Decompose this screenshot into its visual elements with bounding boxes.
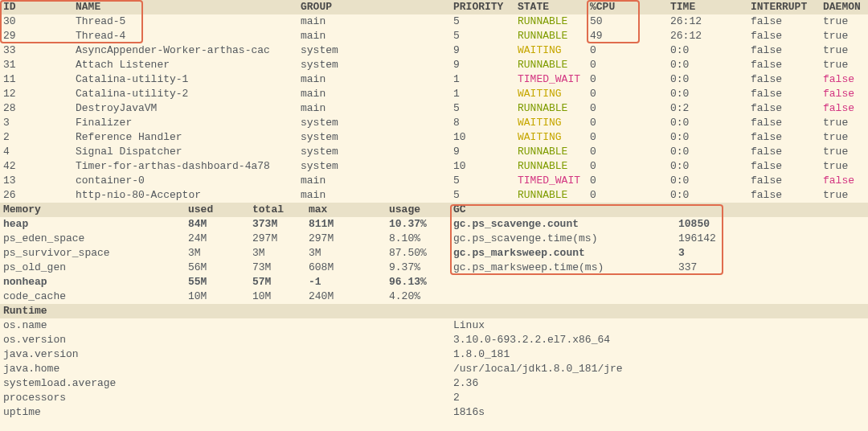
thread-priority: 8 [450, 116, 514, 130]
mem-usage: 96.13% [386, 275, 450, 289]
thread-daemon: true [820, 116, 868, 130]
mem-max: 3M [305, 246, 386, 261]
mem-total: 3M [249, 246, 305, 261]
mem-usage: 10.37% [386, 217, 450, 232]
thread-interrupt: false [747, 174, 820, 188]
thread-state: RUNNABLE [514, 14, 587, 29]
thread-interrupt: false [747, 43, 820, 58]
thread-time: 0:0 [667, 72, 747, 87]
gc-cell: gc.ps_marksweep.time(ms)337 [450, 261, 820, 275]
memory-row: nonheap55M57M-196.13% [0, 275, 868, 289]
gc-cell [450, 275, 820, 289]
gc-key: gc.ps_marksweep.time(ms) [453, 261, 678, 275]
thread-row: 28DestroyJavaVMmain5RUNNABLE00:2falsefal… [0, 101, 868, 116]
thread-interrupt: false [747, 145, 820, 159]
thread-id: 13 [0, 174, 72, 188]
runtime-row: java.version1.8.0_181 [0, 347, 868, 362]
gc-cell: gc.ps_marksweep.count3 [450, 246, 820, 261]
thread-interrupt: false [747, 14, 820, 29]
thread-daemon: true [820, 130, 868, 145]
thread-group: main [297, 174, 450, 188]
thread-row: 42Timer-for-arthas-dashboard-4a78system1… [0, 159, 868, 174]
gc-cell: gc.ps_scavenge.time(ms)196142 [450, 232, 820, 246]
thread-state: RUNNABLE [514, 188, 587, 203]
thread-state: WAITING [514, 116, 587, 130]
thread-group: system [297, 130, 450, 145]
thread-interrupt: false [747, 116, 820, 130]
thread-priority: 10 [450, 130, 514, 145]
thread-cpu: 0 [587, 159, 667, 174]
thread-cpu: 0 [587, 101, 667, 116]
thread-state: RUNNABLE [514, 29, 587, 43]
thread-id: 3 [0, 116, 72, 130]
thread-cpu: 0 [587, 116, 667, 130]
thread-id: 42 [0, 159, 72, 174]
thread-name: Finalizer [72, 116, 297, 130]
mem-max: 240M [305, 289, 386, 304]
mem-max: 811M [305, 217, 386, 232]
thread-priority: 5 [450, 174, 514, 188]
mem-usage: 9.37% [386, 261, 450, 275]
thread-state: WAITING [514, 130, 587, 145]
thread-row: 12Catalina-utility-2main1WAITING00:0fals… [0, 87, 868, 101]
thread-interrupt: false [747, 101, 820, 116]
thread-cpu: 0 [587, 188, 667, 203]
thread-daemon: false [820, 72, 868, 87]
thread-time: 0:0 [667, 145, 747, 159]
memory-row: ps_old_gen56M73M608M9.37%gc.ps_marksweep… [0, 261, 868, 275]
thread-priority: 5 [450, 101, 514, 116]
runtime-key: java.version [0, 347, 450, 362]
runtime-key: uptime [0, 405, 450, 420]
thread-cpu: 0 [587, 145, 667, 159]
runtime-value: 3.10.0-693.2.2.el7.x86_64 [450, 333, 868, 347]
thread-id: 31 [0, 58, 72, 72]
mem-col-total: total [249, 203, 305, 217]
mem-col-used: used [185, 203, 249, 217]
thread-group: system [297, 58, 450, 72]
thread-row: 3Finalizersystem8WAITING00:0falsetrue [0, 116, 868, 130]
mem-max: -1 [305, 275, 386, 289]
mem-total: 373M [249, 217, 305, 232]
thread-time: 0:0 [667, 174, 747, 188]
thread-name: Timer-for-arthas-dashboard-4a78 [72, 159, 297, 174]
runtime-key: java.home [0, 362, 450, 376]
mem-name: ps_old_gen [0, 261, 185, 275]
col-id: ID [0, 0, 72, 14]
thread-group: main [297, 14, 450, 29]
thread-state: WAITING [514, 43, 587, 58]
memory-row: heap84M373M811M10.37%gc.ps_scavenge.coun… [0, 217, 868, 232]
thread-state: RUNNABLE [514, 58, 587, 72]
thread-cpu: 0 [587, 87, 667, 101]
thread-priority: 5 [450, 188, 514, 203]
mem-col-max: max [305, 203, 386, 217]
mem-total: 57M [249, 275, 305, 289]
mem-name: code_cache [0, 289, 185, 304]
mem-col-name: Memory [0, 203, 185, 217]
thread-row: 26http-nio-80-Acceptormain5RUNNABLE00:0f… [0, 188, 868, 203]
runtime-value: Linux [450, 318, 868, 333]
mem-total: 73M [249, 261, 305, 275]
runtime-value: 1816s [450, 405, 868, 420]
thread-id: 28 [0, 101, 72, 116]
thread-id: 2 [0, 130, 72, 145]
gc-cell [450, 289, 820, 304]
col-name: NAME [72, 0, 297, 14]
mem-max: 297M [305, 232, 386, 246]
col-cpu: %CPU [587, 0, 667, 14]
thread-time: 0:0 [667, 87, 747, 101]
thread-interrupt: false [747, 87, 820, 101]
thread-time: 0:0 [667, 188, 747, 203]
gc-key: gc.ps_marksweep.count [453, 246, 678, 261]
thread-state: RUNNABLE [514, 159, 587, 174]
thread-name: Attach Listener [72, 58, 297, 72]
thread-daemon: false [820, 174, 868, 188]
thread-row: 31Attach Listenersystem9RUNNABLE00:0fals… [0, 58, 868, 72]
thread-cpu: 0 [587, 58, 667, 72]
thread-group: main [297, 188, 450, 203]
thread-id: 11 [0, 72, 72, 87]
thread-interrupt: false [747, 159, 820, 174]
thread-priority: 9 [450, 58, 514, 72]
thread-group: system [297, 116, 450, 130]
thread-id: 29 [0, 29, 72, 43]
mem-usage: 87.50% [386, 246, 450, 261]
